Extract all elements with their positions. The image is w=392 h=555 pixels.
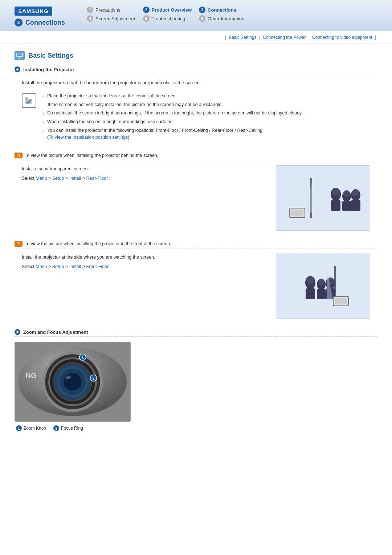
svg-text:1: 1 — [82, 355, 84, 360]
sub-section-title-zoom: Zoom and Focus Adjustment — [15, 329, 377, 337]
step-row-02: 02 To view the picture when installing t… — [15, 241, 377, 319]
svg-rect-15 — [342, 201, 351, 211]
nav-num-6: 6 — [199, 15, 205, 22]
svg-point-43 — [63, 372, 82, 391]
nav-num-3: 3 — [199, 7, 205, 13]
check-item-1: ◇ Place the projector so that the lens i… — [42, 93, 303, 100]
check-block: ◇ Place the projector so that the lens i… — [22, 93, 370, 143]
diamond-icon — [16, 68, 19, 71]
diamond-zoom-icon — [16, 330, 19, 334]
active-nav-num: 3 — [15, 19, 23, 27]
step01-install-link[interactable]: Install — [69, 176, 81, 181]
svg-point-17 — [332, 189, 339, 196]
active-nav-badge: 3 Connections — [15, 19, 65, 27]
svg-rect-16 — [351, 200, 360, 211]
svg-marker-4 — [16, 68, 19, 71]
nav-item-troubleshooting[interactable]: 5 Troubleshooting — [143, 15, 192, 22]
step01-rearfloor-link[interactable]: Rear-Floor — [86, 176, 108, 181]
nav-label-2: Product Overview — [152, 7, 192, 13]
svg-rect-14 — [331, 200, 340, 211]
diamond-icon-1: ◇ — [42, 93, 45, 100]
focus-ring-label: Focus Ring — [61, 426, 83, 431]
check-item-4: ◇ When installing the screen in bright s… — [42, 118, 303, 125]
rear-projection-illustration — [279, 169, 367, 227]
sub-nav-sep3: | — [309, 35, 311, 40]
sub-nav-sep2: | — [259, 35, 261, 40]
diamond-icon-4: ◇ — [42, 119, 45, 125]
nav-num-2: 2 — [143, 7, 150, 13]
sub-nav-separator: | — [225, 35, 226, 40]
check-item-3: ◇ Do not install the screen in bright su… — [42, 110, 303, 117]
nav-label-6: Other Information — [208, 16, 244, 21]
step02-frontfloor-link[interactable]: Front-Floor — [86, 264, 109, 269]
check-icon-box — [22, 93, 36, 108]
step-02-text: Install the projector at the side where … — [22, 254, 265, 319]
page-icon-svg — [16, 53, 23, 58]
zoom-knob-caption: 1 Zoom Knob — [16, 425, 46, 431]
step02-menu-link[interactable]: Menu — [36, 264, 47, 269]
step-02-image — [276, 254, 370, 319]
page-icon — [15, 51, 25, 60]
sub-section-installing: Installing the Projector Install the pro… — [15, 66, 377, 142]
check-list: ◇ Place the projector so that the lens i… — [42, 93, 303, 143]
step-title-02: 02 To view the picture when installing t… — [15, 241, 377, 248]
nav-label-3: Connections — [208, 7, 236, 13]
nav-label-4: Screen Adjustment — [95, 16, 135, 21]
step-title-01: 01 To view the picture when installing t… — [15, 153, 377, 160]
nav-item-connections[interactable]: 3 Connections — [199, 7, 248, 13]
check-item-2: If the screen is not vertically installe… — [42, 101, 303, 108]
sub-nav-basic-settings[interactable]: Basic Settings — [229, 35, 256, 40]
section-heading: Basic Settings — [15, 51, 377, 60]
nav-item-other-info[interactable]: 6 Other Information — [199, 15, 248, 22]
sub-num-zoom-icon — [15, 329, 20, 335]
zoom-title: Zoom and Focus Adjustment — [23, 329, 88, 335]
installation-position-link[interactable]: To view the installation position settin… — [49, 135, 128, 140]
svg-marker-37 — [16, 331, 19, 333]
zoom-lens-illustration: 1 2 NG — [15, 342, 130, 422]
svg-point-18 — [343, 190, 350, 197]
step-row-01: 01 To view the picture when installing t… — [15, 153, 377, 231]
main-content: Basic Settings Installing the Projector … — [0, 44, 392, 456]
svg-rect-21 — [291, 210, 303, 216]
samsung-logo: SAMSUNG — [15, 7, 52, 16]
step-01-title-text: To view the picture when installing the … — [25, 153, 158, 158]
step-01-content: Install a semi-transparent screen. Selec… — [22, 165, 370, 231]
zoom-caption: 1 Zoom Knob 2 Focus Ring — [16, 425, 377, 431]
svg-rect-1 — [17, 53, 22, 56]
step-badge-02: 02 — [15, 241, 23, 247]
focus-ring-caption: 2 Focus Ring — [53, 425, 83, 431]
sub-nav-bar: | Basic Settings | Connecting the Power … — [0, 31, 392, 44]
step02-install-link[interactable]: Install — [69, 264, 81, 269]
step-02-content: Install the projector at the side where … — [22, 254, 370, 319]
nav-item-precautions[interactable]: 1 Precautions — [87, 7, 136, 13]
nav-label-1: Precautions — [95, 7, 121, 13]
svg-point-31 — [307, 277, 314, 284]
svg-point-19 — [352, 189, 359, 197]
zoom-knob-num: 1 — [16, 425, 22, 431]
page-header: SAMSUNG 3 Connections 1 Precautions 2 Pr… — [0, 0, 392, 31]
nav-item-screen-adjustment[interactable]: 4 Screen Adjustment — [87, 15, 136, 22]
sub-section-zoom: Zoom and Focus Adjustment — [15, 329, 377, 431]
zoom-knob-label: Zoom Knob — [24, 426, 46, 431]
sub-nav-sep4: | — [375, 35, 376, 40]
nav-item-product-overview[interactable]: 2 Product Overview — [143, 7, 192, 13]
diamond-icon-5: ◇ — [42, 128, 45, 141]
sub-section-title-installing: Installing the Projector — [15, 66, 377, 74]
nav-num-4: 4 — [87, 15, 93, 22]
step01-setup-link[interactable]: Setup — [52, 176, 64, 181]
svg-rect-29 — [317, 289, 326, 299]
sub-nav-connecting-video[interactable]: Connecting to video equipment — [312, 35, 372, 40]
step-02-title-text: To view the picture when installing the … — [25, 241, 171, 246]
step-01-image — [276, 165, 370, 231]
step01-menu-link[interactable]: Menu — [36, 176, 47, 181]
svg-point-32 — [318, 279, 324, 285]
svg-rect-8 — [25, 97, 28, 100]
indent-spacer — [42, 102, 45, 108]
step02-setup-link[interactable]: Setup — [52, 264, 64, 269]
svg-rect-7 — [27, 103, 30, 104]
zoom-image-box: 1 2 NG — [15, 342, 131, 422]
nav-num-1: 1 — [87, 7, 93, 13]
svg-rect-3 — [18, 58, 21, 58]
sub-nav-connecting-power[interactable]: Connecting the Power — [263, 35, 306, 40]
section-heading-text: Basic Settings — [28, 52, 73, 60]
